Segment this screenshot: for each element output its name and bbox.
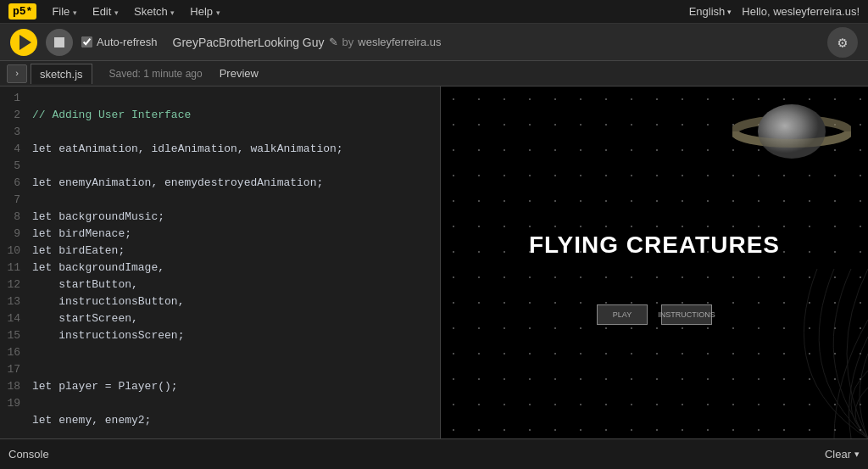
auto-refresh-label: Auto-refresh xyxy=(97,36,158,48)
clear-button[interactable]: Clear ▾ xyxy=(825,448,860,461)
code-line-16 xyxy=(32,363,39,376)
code-line-17: let player = Player(); xyxy=(32,380,178,393)
code-line-6 xyxy=(32,193,39,206)
user-greeting: Hello, wesleyferreira.us! xyxy=(742,5,860,18)
line-num: 6 xyxy=(0,175,20,192)
language-label: English xyxy=(689,5,726,18)
code-line-14: instructionsScreen; xyxy=(32,329,184,342)
code-line-9: let birdEaten; xyxy=(32,244,125,257)
line-num: 11 xyxy=(0,260,20,276)
code-line-4 xyxy=(32,159,39,172)
play-game-button[interactable]: PLAY xyxy=(597,304,648,325)
clear-label: Clear xyxy=(825,448,851,461)
top-bar-right: English ▾ Hello, wesleyferreira.us! xyxy=(689,5,860,18)
console-area: Console Clear ▾ xyxy=(0,438,868,469)
language-selector[interactable]: English ▾ xyxy=(689,5,732,18)
line-num: 3 xyxy=(0,124,20,141)
settings-button[interactable]: ⚙ xyxy=(827,27,858,58)
stop-icon xyxy=(54,37,64,47)
swirl-decoration xyxy=(698,269,868,438)
sketch-title-area: GreyPacBrotherLooking Guy ✎ by wesleyfer… xyxy=(173,36,442,49)
line-num: 19 xyxy=(0,395,20,412)
code-line-13: startScreen, xyxy=(32,312,138,325)
code-content[interactable]: // Adding User Interface let eatAnimatio… xyxy=(27,87,440,438)
line-num: 13 xyxy=(0,293,20,310)
menu-edit[interactable]: Edit ▾ xyxy=(86,3,125,20)
line-num: 16 xyxy=(0,344,20,361)
code-line-3: let eatAnimation, idleAnimation, walkAni… xyxy=(32,142,343,155)
game-buttons-row: PLAY INSTRUCTIONS xyxy=(597,304,712,325)
play-icon xyxy=(19,35,31,50)
edit-icon[interactable]: ✎ xyxy=(329,36,338,48)
code-line-19: let enemy, enemy2; xyxy=(32,414,151,427)
preview-panel: FLYING CREATURES PLAY INSTRUCTIONS xyxy=(441,87,868,438)
line-num: 15 xyxy=(0,327,20,344)
language-arrow: ▾ xyxy=(727,8,732,16)
code-line-15 xyxy=(32,346,39,359)
saved-status: Saved: 1 minute ago xyxy=(109,68,203,80)
line-num: 10 xyxy=(0,243,20,260)
clear-arrow: ▾ xyxy=(854,449,860,460)
code-line-1: // Adding User Interface xyxy=(32,109,191,121)
line-num: 5 xyxy=(0,158,20,175)
code-line-2 xyxy=(32,126,39,138)
by-text: by xyxy=(342,36,354,48)
planet-svg xyxy=(732,93,851,170)
code-line-12: instructionsButton, xyxy=(32,295,184,308)
line-num: 9 xyxy=(0,226,20,243)
author-link[interactable]: wesleyferreira.us xyxy=(358,36,441,48)
settings-icon: ⚙ xyxy=(838,33,848,52)
line-num: 14 xyxy=(0,310,20,327)
play-button[interactable] xyxy=(10,29,37,56)
top-menu-bar: p5* File ▾ Edit ▾ Sketch ▾ Help ▾ Englis… xyxy=(0,0,868,24)
file-tab[interactable]: sketch.js xyxy=(31,64,92,84)
toolbar: Auto-refresh GreyPacBrotherLooking Guy ✎… xyxy=(0,24,868,61)
code-line-10: let backgroundImage, xyxy=(32,261,164,274)
line-num: 8 xyxy=(0,209,20,226)
menu-left: p5* File ▾ Edit ▾ Sketch ▾ Help ▾ xyxy=(8,3,227,20)
menu-file[interactable]: File ▾ xyxy=(45,3,84,20)
game-title: FLYING CREATURES xyxy=(529,232,780,259)
code-line-18 xyxy=(32,397,39,410)
line-num: 18 xyxy=(0,378,20,395)
svg-point-1 xyxy=(758,104,826,159)
code-line-11: startButton, xyxy=(32,278,138,291)
menu-help[interactable]: Help ▾ xyxy=(183,3,226,20)
p5-logo[interactable]: p5* xyxy=(8,3,36,20)
code-line-5: let enemyAnimation, enemydestroyedAnimat… xyxy=(32,176,323,189)
file-tab-bar: › sketch.js Saved: 1 minute ago Preview xyxy=(0,61,868,87)
console-label: Console xyxy=(8,448,49,461)
planet-container xyxy=(732,93,851,174)
auto-refresh-checkbox[interactable] xyxy=(81,36,92,47)
line-num: 7 xyxy=(0,192,20,209)
line-num: 17 xyxy=(0,361,20,378)
preview-label: Preview xyxy=(220,67,259,80)
line-num: 12 xyxy=(0,276,20,293)
code-line-8: let birdMenace; xyxy=(32,227,131,240)
code-line-7: let backgroundMusic; xyxy=(32,210,164,223)
line-num: 2 xyxy=(0,107,20,124)
collapse-button[interactable]: › xyxy=(7,64,27,83)
sketch-name: GreyPacBrotherLooking Guy xyxy=(173,36,325,49)
collapse-arrow: › xyxy=(14,69,20,79)
code-editor[interactable]: 1 2 3 4 5 6 7 8 9 10 11 12 13 14 15 16 1… xyxy=(0,87,441,438)
auto-refresh-area: Auto-refresh xyxy=(81,36,158,48)
stop-button[interactable] xyxy=(46,29,73,56)
main-content: 1 2 3 4 5 6 7 8 9 10 11 12 13 14 15 16 1… xyxy=(0,87,868,438)
line-num: 1 xyxy=(0,90,20,107)
line-num: 4 xyxy=(0,141,20,158)
line-numbers: 1 2 3 4 5 6 7 8 9 10 11 12 13 14 15 16 1… xyxy=(0,87,27,438)
menu-sketch[interactable]: Sketch ▾ xyxy=(127,3,181,20)
code-lines-container: 1 2 3 4 5 6 7 8 9 10 11 12 13 14 15 16 1… xyxy=(0,87,440,438)
instructions-game-button[interactable]: INSTRUCTIONS xyxy=(661,304,712,325)
